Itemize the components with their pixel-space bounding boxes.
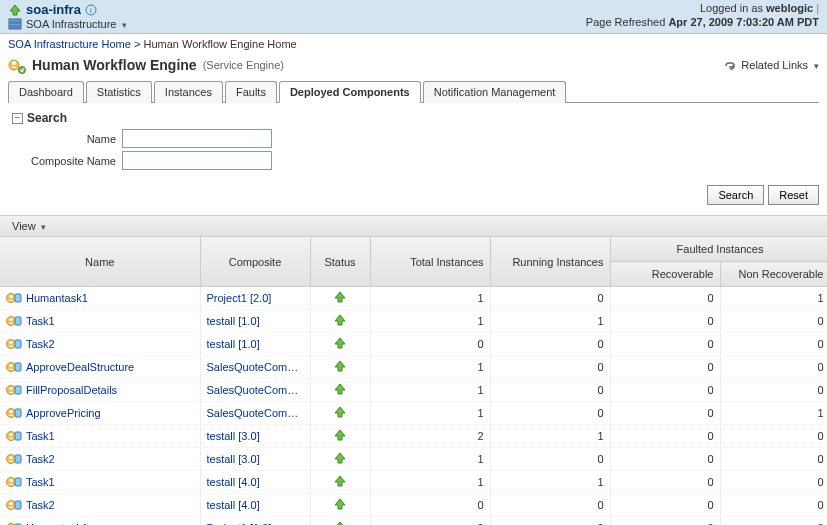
col-total[interactable]: Total Instances — [370, 237, 490, 287]
nonrecoverable-instances: 0 — [720, 379, 827, 402]
login-status: Logged in as weblogic | — [700, 2, 819, 14]
col-nonrecoverable[interactable]: Non Recoverable — [720, 262, 827, 287]
col-faulted[interactable]: Faulted Instances — [610, 237, 827, 262]
col-running[interactable]: Running Instances — [490, 237, 610, 287]
total-instances: 1 — [370, 356, 490, 379]
total-instances: 0 — [370, 333, 490, 356]
human-task-icon — [6, 521, 22, 525]
human-task-icon — [6, 452, 22, 466]
table-row: Task2testall [4.0]0000 — [0, 494, 827, 517]
table-row: Task2testall [1.0]0000 — [0, 333, 827, 356]
component-name-link[interactable]: ApproveDealStructure — [26, 361, 134, 373]
view-menu[interactable]: View — [12, 220, 46, 232]
table-row: Humantask1Project1 [2.0]1001 — [0, 287, 827, 310]
col-recoverable[interactable]: Recoverable — [610, 262, 720, 287]
composite-name-input[interactable] — [122, 151, 272, 170]
reset-button[interactable]: Reset — [768, 185, 819, 205]
col-composite[interactable]: Composite — [200, 237, 310, 287]
page-title: Human Workflow Engine — [32, 57, 197, 73]
total-instances: 1 — [370, 448, 490, 471]
composite-link[interactable]: testall [1.0] — [207, 315, 260, 327]
tab-dashboard[interactable]: Dashboard — [8, 81, 84, 103]
svg-point-12 — [9, 318, 12, 321]
nonrecoverable-instances: 0 — [720, 425, 827, 448]
svg-rect-13 — [15, 317, 21, 325]
status-up-icon — [333, 313, 347, 327]
composite-link[interactable]: Project1 [2.0] — [207, 292, 272, 304]
svg-rect-16 — [15, 340, 21, 348]
status-up-icon — [333, 520, 347, 525]
total-instances: 1 — [370, 287, 490, 310]
svg-rect-19 — [15, 363, 21, 371]
composite-link[interactable]: testall [4.0] — [207, 476, 260, 488]
component-name-link[interactable]: Task1 — [26, 476, 55, 488]
table-row: Task1testall [3.0]2100 — [0, 425, 827, 448]
nonrecoverable-instances: 1 — [720, 402, 827, 425]
recoverable-instances: 0 — [610, 517, 720, 526]
component-name-link[interactable]: Task1 — [26, 315, 55, 327]
composite-link[interactable]: SalesQuoteComposit — [207, 384, 311, 396]
table-row: Task1testall [4.0]1100 — [0, 471, 827, 494]
component-name-link[interactable]: Humantask1 — [26, 292, 88, 304]
running-instances: 1 — [490, 310, 610, 333]
name-input[interactable] — [122, 129, 272, 148]
recoverable-instances: 0 — [610, 287, 720, 310]
human-task-icon — [6, 406, 22, 420]
svg-text:i: i — [90, 6, 92, 15]
component-name-link[interactable]: Task1 — [26, 430, 55, 442]
col-name[interactable]: Name — [0, 237, 200, 287]
status-up-icon — [333, 451, 347, 465]
table-row: Task1testall [1.0]1100 — [0, 310, 827, 333]
svg-point-15 — [9, 341, 12, 344]
page-refreshed: Page Refreshed Apr 27, 2009 7:03:20 AM P… — [586, 16, 819, 28]
tab-faults[interactable]: Faults — [225, 81, 277, 103]
breadcrumb-home[interactable]: SOA Infrastructure Home — [8, 38, 131, 50]
component-name-link[interactable]: Task2 — [26, 338, 55, 350]
tabs: DashboardStatisticsInstancesFaultsDeploy… — [8, 80, 819, 103]
svg-rect-10 — [15, 294, 21, 302]
info-icon[interactable]: i — [85, 4, 97, 16]
total-instances: 0 — [370, 494, 490, 517]
search-button[interactable]: Search — [707, 185, 764, 205]
collapse-toggle[interactable]: − — [12, 113, 23, 124]
tab-deployed-components[interactable]: Deployed Components — [279, 81, 421, 103]
composite-link[interactable]: SalesQuoteComposit — [207, 361, 311, 373]
server-stack-icon — [8, 18, 22, 30]
breadcrumb: SOA Infrastructure Home > Human Workflow… — [0, 34, 827, 54]
tab-instances[interactable]: Instances — [154, 81, 223, 103]
nonrecoverable-instances: 0 — [720, 448, 827, 471]
svg-point-6 — [12, 61, 16, 65]
col-status[interactable]: Status — [310, 237, 370, 287]
recoverable-instances: 0 — [610, 333, 720, 356]
table-row: ApprovePricingSalesQuoteComposit1001 — [0, 402, 827, 425]
composite-link[interactable]: testall [3.0] — [207, 453, 260, 465]
svg-point-21 — [9, 387, 12, 390]
context-menu[interactable]: SOA Infrastructure — [26, 18, 127, 30]
nonrecoverable-instances: 0 — [720, 356, 827, 379]
composite-link[interactable]: SalesQuoteComposit — [207, 407, 311, 419]
svg-point-33 — [9, 479, 12, 482]
total-instances: 1 — [370, 402, 490, 425]
status-up-icon — [333, 336, 347, 350]
composite-link[interactable]: testall [3.0] — [207, 430, 260, 442]
total-instances: 1 — [370, 471, 490, 494]
human-task-icon — [6, 383, 22, 397]
workflow-engine-icon — [8, 56, 26, 74]
component-name-link[interactable]: ApprovePricing — [26, 407, 101, 419]
composite-link[interactable]: testall [1.0] — [207, 338, 260, 350]
component-name-link[interactable]: Task2 — [26, 453, 55, 465]
running-instances: 0 — [490, 448, 610, 471]
tab-notification-management[interactable]: Notification Management — [423, 81, 567, 103]
running-instances: 0 — [490, 287, 610, 310]
table-row: Humantask1Project1 [1.0]2002 — [0, 517, 827, 526]
component-name-link[interactable]: FillProposalDetails — [26, 384, 117, 396]
tab-statistics[interactable]: Statistics — [86, 81, 152, 103]
component-name-link[interactable]: Task2 — [26, 499, 55, 511]
composite-link[interactable]: testall [4.0] — [207, 499, 260, 511]
related-links[interactable]: Related Links — [723, 58, 819, 72]
context-title: soa-infra — [26, 2, 81, 17]
recoverable-instances: 0 — [610, 425, 720, 448]
total-instances: 2 — [370, 425, 490, 448]
recoverable-instances: 0 — [610, 310, 720, 333]
running-instances: 0 — [490, 517, 610, 526]
